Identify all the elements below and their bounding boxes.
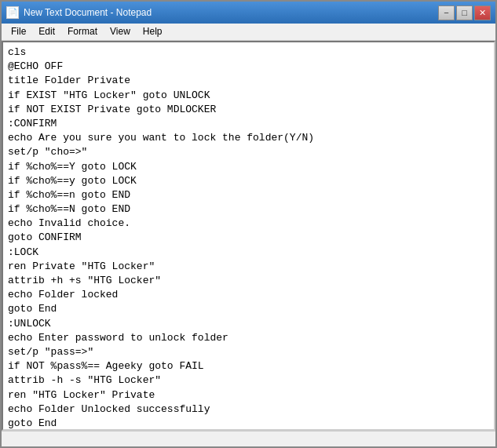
title-bar: 📄 New Text Document - Notepad − □ ✕: [2, 2, 495, 24]
editor-area[interactable]: cls@ECHO OFFtitle Folder Privateif EXIST…: [2, 41, 495, 431]
code-line: ren "HTG Locker" Private: [8, 388, 489, 402]
code-line: if %cho%==N goto END: [8, 202, 489, 217]
close-button[interactable]: ✕: [474, 5, 491, 20]
window-title: New Text Document - Notepad: [24, 7, 152, 18]
code-line: echo Invalid choice.: [8, 217, 489, 231]
code-line: goto End: [8, 417, 489, 431]
status-bar: [2, 431, 495, 446]
code-content: cls@ECHO OFFtitle Folder Privateif EXIST…: [8, 46, 489, 431]
code-line: ren Private "HTG Locker": [8, 260, 489, 274]
title-bar-left: 📄 New Text Document - Notepad: [6, 6, 152, 19]
code-line: cls: [8, 46, 489, 60]
code-line: echo Are you sure you want to lock the f…: [8, 131, 489, 145]
code-line: attrib +h +s "HTG Locker": [8, 274, 489, 288]
code-line: set/p "cho=>": [8, 145, 489, 159]
title-buttons: − □ ✕: [438, 5, 491, 20]
code-line: if NOT EXIST Private goto MDLOCKER: [8, 103, 489, 117]
code-line: @ECHO OFF: [8, 60, 489, 74]
code-line: echo Folder locked: [8, 288, 489, 302]
code-line: :CONFIRM: [8, 117, 489, 131]
minimize-button[interactable]: −: [438, 5, 455, 20]
menu-view[interactable]: View: [104, 25, 137, 38]
code-line: :LOCK: [8, 246, 489, 260]
code-line: if %cho%==y goto LOCK: [8, 174, 489, 188]
notepad-window: 📄 New Text Document - Notepad − □ ✕ File…: [0, 0, 497, 448]
code-line: if EXIST "HTG Locker" goto UNLOCK: [8, 89, 489, 103]
code-line: set/p "pass=>": [8, 345, 489, 359]
code-line: echo Folder Unlocked successfully: [8, 402, 489, 417]
code-line: if NOT %pass%== Ageeky goto FAIL: [8, 359, 489, 373]
code-line: attrib -h -s "HTG Locker": [8, 373, 489, 388]
menu-file[interactable]: File: [5, 25, 32, 38]
menu-bar: File Edit Format View Help: [2, 24, 495, 41]
menu-format[interactable]: Format: [61, 25, 104, 38]
menu-edit[interactable]: Edit: [32, 25, 61, 38]
code-line: title Folder Private: [8, 74, 489, 88]
menu-help[interactable]: Help: [137, 25, 169, 38]
code-line: echo Enter password to unlock folder: [8, 331, 489, 345]
code-line: :UNLOCK: [8, 317, 489, 331]
code-line: if %cho%==Y goto LOCK: [8, 160, 489, 174]
code-line: goto CONFIRM: [8, 231, 489, 245]
maximize-button[interactable]: □: [456, 5, 473, 20]
code-line: goto End: [8, 302, 489, 316]
code-line: if %cho%==n goto END: [8, 188, 489, 202]
notepad-icon: 📄: [6, 6, 19, 19]
